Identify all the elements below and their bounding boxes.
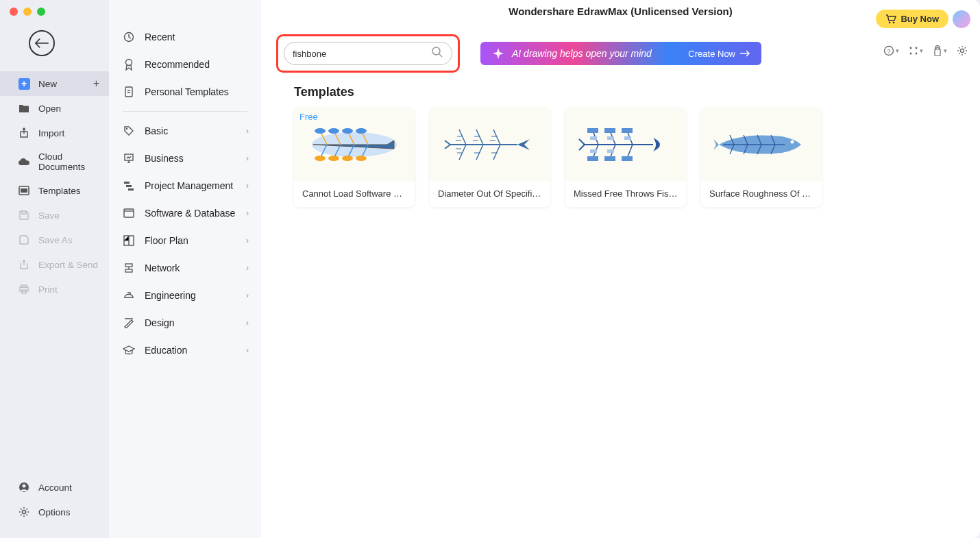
ruler-pencil-icon: [123, 317, 135, 329]
save-as-icon: [18, 234, 30, 246]
templates-heading: Templates: [261, 73, 980, 108]
nav-options[interactable]: Options: [0, 500, 109, 524]
cat-basic[interactable]: Basic ›: [109, 117, 261, 145]
svg-rect-49: [607, 149, 614, 153]
svg-point-35: [315, 156, 326, 161]
left-sidebar: + New + Open Import Cloud Documents Temp…: [0, 0, 109, 538]
svg-rect-46: [607, 136, 614, 140]
fishbone-diagram-icon: [442, 124, 538, 165]
cat-recommended[interactable]: Recommended: [109, 51, 261, 78]
search-box[interactable]: [284, 42, 452, 65]
svg-point-25: [910, 47, 912, 49]
create-now-button[interactable]: Create Now: [688, 49, 750, 59]
cat-project-management[interactable]: Project Management ›: [109, 172, 261, 199]
svg-rect-45: [590, 136, 597, 140]
template-card[interactable]: Missed Free Throws Fishbone: [565, 108, 686, 207]
helmet-icon: [123, 289, 135, 302]
cat-design[interactable]: Design ›: [109, 309, 261, 337]
chevron-right-icon: ›: [246, 345, 249, 355]
nav-cloud-documents[interactable]: Cloud Documents: [0, 145, 109, 178]
nav-new[interactable]: + New +: [0, 71, 109, 96]
arrow-right-icon: [739, 50, 750, 57]
cat-label: Software & Database: [145, 208, 235, 219]
svg-rect-43: [604, 156, 615, 161]
cat-software-database[interactable]: Software & Database ›: [109, 199, 261, 227]
svg-rect-18: [125, 264, 132, 267]
search-highlight: [276, 34, 460, 73]
nav-label: Open: [38, 103, 61, 114]
divider: [123, 111, 247, 112]
cat-label: Floor Plan: [145, 235, 188, 246]
nav-export-send: Export & Send: [0, 252, 109, 277]
nav-account[interactable]: Account: [0, 475, 109, 500]
cat-engineering[interactable]: Engineering ›: [109, 282, 261, 309]
nav-import[interactable]: Import: [0, 121, 109, 145]
svg-rect-48: [590, 149, 597, 153]
category-sidebar: Recent Recommended Personal Templates Ba…: [109, 0, 261, 538]
svg-point-28: [916, 53, 918, 55]
cat-personal-templates[interactable]: Personal Templates: [109, 78, 261, 106]
template-label: Diameter Out Of Specification: [430, 182, 550, 207]
template-thumbnail: [701, 108, 822, 182]
ai-drawing-banner[interactable]: AI drawing helps open your mind Create N…: [480, 42, 761, 65]
ai-banner-text: AI drawing helps open your mind: [512, 48, 652, 59]
svg-point-7: [23, 511, 26, 514]
nav-label: Templates: [38, 186, 81, 196]
window-icon: [123, 207, 135, 219]
svg-rect-40: [604, 128, 615, 133]
cat-label: Design: [145, 317, 175, 328]
search-icon[interactable]: [431, 46, 443, 61]
cat-label: Recommended: [145, 59, 210, 70]
template-grid: Free Cannot Load Software On A PC: [261, 108, 980, 207]
svg-rect-41: [622, 128, 633, 133]
cat-floor-plan[interactable]: Floor Plan ›: [109, 227, 261, 254]
fishbone-diagram-icon: [306, 124, 402, 165]
nav-templates[interactable]: Templates: [0, 178, 109, 203]
minimize-window-button[interactable]: [23, 8, 32, 16]
maximize-window-button[interactable]: [37, 8, 45, 16]
chevron-right-icon: ›: [246, 291, 249, 300]
svg-point-33: [342, 128, 353, 134]
cat-business[interactable]: Business ›: [109, 145, 261, 172]
template-card[interactable]: Surface Roughness Of The Part: [701, 108, 822, 207]
chevron-right-icon: ›: [246, 318, 249, 328]
settings-button[interactable]: [957, 45, 968, 56]
nav-print: Print: [0, 277, 109, 302]
svg-rect-16: [124, 209, 134, 217]
svg-point-31: [315, 128, 326, 134]
template-label: Cannot Load Software On A PC: [294, 182, 415, 207]
gear-icon: [18, 506, 30, 518]
svg-point-22: [432, 47, 440, 55]
svg-rect-13: [124, 182, 130, 184]
cloud-icon: [18, 156, 30, 168]
svg-point-36: [328, 156, 339, 161]
cat-label: Network: [145, 262, 180, 273]
nav-label: Save As: [38, 235, 73, 245]
search-input[interactable]: [293, 49, 431, 59]
close-window-button[interactable]: [10, 8, 18, 16]
svg-rect-14: [126, 185, 132, 187]
plus-icon[interactable]: +: [93, 77, 99, 90]
nav-label: Options: [38, 507, 71, 517]
template-card[interactable]: Diameter Out Of Specification: [430, 108, 550, 207]
chevron-right-icon: ›: [246, 236, 249, 245]
chevron-right-icon: ›: [246, 208, 249, 218]
fishbone-diagram-icon: [713, 124, 809, 165]
back-button[interactable]: [29, 30, 55, 56]
svg-rect-47: [624, 136, 631, 140]
help-dropdown[interactable]: ?▾: [883, 45, 899, 56]
grid-dropdown[interactable]: ▾: [909, 46, 923, 56]
template-card[interactable]: Free Cannot Load Software On A PC: [294, 108, 415, 207]
cat-label: Personal Templates: [145, 86, 229, 97]
cat-label: Recent: [145, 32, 175, 42]
cat-recent[interactable]: Recent: [109, 23, 261, 51]
svg-rect-19: [125, 269, 132, 272]
cat-network[interactable]: Network ›: [109, 254, 261, 282]
cat-education[interactable]: Education ›: [109, 337, 261, 364]
chevron-right-icon: ›: [246, 181, 249, 191]
chevron-right-icon: ›: [246, 126, 249, 136]
template-thumbnail: [430, 108, 550, 182]
theme-dropdown[interactable]: ▾: [933, 45, 947, 56]
svg-point-38: [356, 156, 367, 161]
nav-open[interactable]: Open: [0, 96, 109, 121]
